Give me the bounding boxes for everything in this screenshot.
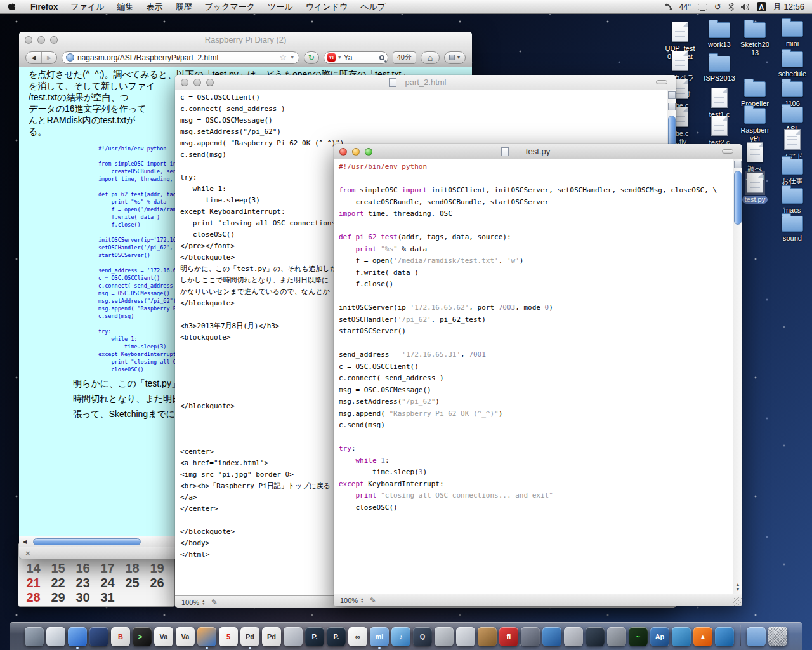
dock-app-12[interactable]: Pd [262,627,282,646]
dock-app-1[interactable] [25,627,44,646]
dock-app-26[interactable] [564,627,584,646]
dock-app-25[interactable] [542,627,562,646]
desktop-icon-mini[interactable]: mini [775,17,810,48]
dock-app-16[interactable]: ∞ [348,627,368,646]
dock-app-21[interactable] [456,627,476,646]
menu-item[interactable]: ヘルプ [354,1,392,13]
desktop-icon-propeller[interactable]: Propeller [737,77,773,108]
minimize-button[interactable] [193,79,201,86]
menu-bar-clock[interactable]: 月 12:56 [773,1,804,13]
search-engine-dropdown-icon[interactable] [337,55,342,60]
apple-menu[interactable] [0,2,24,12]
desktop-icon-work13[interactable]: work13 [702,18,737,49]
menu-item[interactable]: 編集 [111,1,140,13]
firefox-titlebar[interactable]: Raspberry Pi Diary (2) [19,32,472,48]
dock-app-3[interactable] [68,627,88,646]
volume-icon[interactable] [741,3,750,11]
testpy-titlebar[interactable]: test.py [334,144,742,159]
zoom-button[interactable] [206,79,214,86]
scroll-arrows[interactable] [733,582,742,592]
dock-app-10[interactable]: 5 [219,627,239,646]
dock-app-18[interactable]: ♪ [391,627,411,646]
desktop-icon-oshigoto[interactable]: お仕事 [775,155,810,185]
dock-app-33[interactable] [715,627,735,646]
scroll-down-icon[interactable] [736,587,740,592]
part2-titlebar[interactable]: part_2.html [175,75,676,90]
dock-app-27[interactable] [586,627,605,646]
desktop-icon-sound[interactable]: sound [775,212,810,242]
toolbar-toggle-button[interactable] [656,80,667,84]
back-button[interactable] [26,52,41,63]
minimize-button[interactable] [352,148,360,156]
close-button[interactable] [25,36,32,44]
dock-app-29[interactable]: ~ [629,627,648,646]
dock-app-2[interactable] [46,627,66,646]
timer-toolbar-button[interactable]: 40分 [393,51,416,64]
zoom-button[interactable] [50,36,58,44]
scroll-left-arrow-icon[interactable] [23,539,27,545]
desktop-icon-schedule[interactable]: schedule [775,48,810,78]
dock-app-30[interactable]: Ap [650,627,670,646]
input-source-indicator[interactable]: A [757,2,766,11]
search-input[interactable]: Ya [344,53,377,62]
dock-app-6[interactable]: >_ [133,627,152,646]
dock-app-31[interactable] [672,627,691,646]
url-bar[interactable]: nagasm.org/ASL/RaspberryPi/part_2.html [62,51,299,64]
minimize-button[interactable] [37,36,45,44]
mode-tool-icon[interactable] [734,161,742,168]
dock-app-28[interactable] [607,627,627,646]
dock-app-20[interactable] [435,627,454,646]
toolbar-toggle-button[interactable] [722,149,733,154]
scroll-thumb[interactable] [734,171,742,225]
time-machine-icon[interactable]: ↺ [714,2,721,11]
zoom-button[interactable] [365,148,372,156]
bookmarks-widget-button[interactable] [444,51,466,64]
handset-menu-icon[interactable] [665,3,672,11]
dock-app-24[interactable] [521,627,540,646]
close-button[interactable] [181,79,188,86]
dock-app-23[interactable]: fl [499,627,519,646]
yahoo-engine-icon[interactable]: Y! [327,53,336,62]
bluetooth-icon[interactable] [728,3,734,11]
editor-text-area[interactable]: #!/usr/bin/env python from simpleOSC imp… [334,159,733,594]
desktop-icon-test-py[interactable]: test.py [737,173,773,204]
step-down-icon[interactable] [360,600,363,604]
dock-app-5[interactable]: B [111,627,131,646]
dock-folder[interactable] [747,627,766,646]
vertical-scrollbar[interactable] [733,159,742,594]
dock-app-15[interactable]: P. [327,627,346,646]
horizontal-scroll-thumb[interactable] [33,538,141,545]
weather-temperature[interactable]: 44° [679,3,691,11]
menu-item[interactable]: 表示 [140,1,169,13]
dock-app-8[interactable]: Va [176,627,195,646]
dock-app-9[interactable] [197,627,217,646]
step-down-icon[interactable] [202,602,205,606]
dock-app-22[interactable] [478,627,497,646]
desktop-icon-test2-c[interactable]: test2.c [702,116,737,147]
app-menu[interactable]: Firefox [24,2,64,11]
desktop-icon-asl[interactable]: ASL [775,103,810,133]
dock-app-32[interactable]: ▲ [693,627,713,646]
dock-app-4[interactable] [89,627,109,646]
dock-app-14[interactable]: P. [305,627,325,646]
menu-item[interactable]: ブックマーク [199,1,262,13]
url-dropdown-icon[interactable] [290,55,295,60]
displays-menu-icon[interactable] [698,4,707,10]
scroll-up-icon[interactable] [736,582,740,587]
find-bar-close-icon[interactable] [25,549,30,557]
desktop-icon-macs[interactable]: macs [775,184,810,215]
menu-item[interactable]: 履歴 [169,1,199,13]
dock-app-13[interactable] [284,627,303,646]
mode-tool-icon[interactable] [668,103,676,110]
zoom-stepper[interactable] [202,599,205,606]
menu-item[interactable]: ウインドウ [299,1,355,13]
desktop-icon-test1-c[interactable]: test1.c [702,88,737,119]
search-icon[interactable] [379,55,384,60]
reload-button[interactable] [304,51,319,64]
url-text[interactable]: nagasm.org/ASL/RaspberryPi/part_2.html [77,53,276,62]
menu-item[interactable]: ツール [261,1,299,13]
close-button[interactable] [339,148,347,156]
zoom-stepper[interactable] [360,597,363,604]
desktop-icon-sketch2013[interactable]: Sketch2013 [737,18,773,57]
desktop-icon-raspberrypi[interactable]: RaspberryPi [737,104,773,143]
